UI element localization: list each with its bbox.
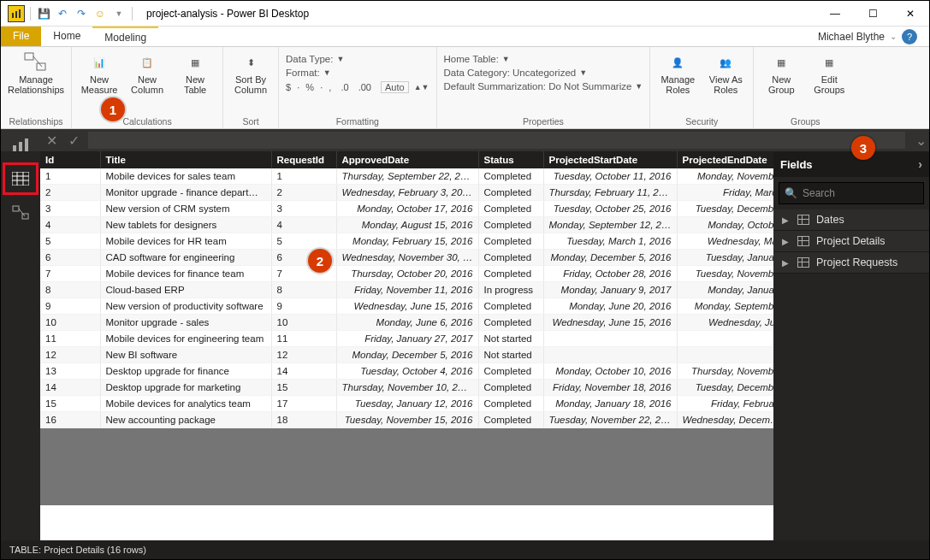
- cell[interactable]: Tuesday, October 4, 2016: [336, 363, 478, 380]
- cell[interactable]: Tuesday, November 22, 2016: [543, 412, 677, 428]
- column-header[interactable]: Id: [40, 151, 100, 168]
- cell[interactable]: Wednesday, June 15, 2016: [543, 315, 677, 331]
- cell[interactable]: 14: [271, 363, 336, 380]
- column-header[interactable]: ProjectedEndDate: [677, 151, 773, 168]
- cell[interactable]: Completed: [478, 363, 543, 380]
- table-row[interactable]: 15Mobile devices for analytics team17Tue…: [40, 396, 773, 412]
- table-row[interactable]: 14Desktop upgrade for marketing15Thursda…: [40, 380, 773, 396]
- cell[interactable]: Monday, June 6, 2016: [336, 315, 478, 331]
- cell[interactable]: 5: [271, 233, 336, 250]
- minimize-button[interactable]: —: [816, 1, 854, 27]
- cell[interactable]: Thursday, November: [677, 363, 773, 380]
- percent-button[interactable]: %: [305, 82, 314, 92]
- table-row[interactable]: 10Monitor upgrade - sales10Monday, June …: [40, 315, 773, 331]
- decimal-decrease-button[interactable]: .0: [341, 82, 348, 92]
- undo-icon[interactable]: ↶: [55, 6, 70, 21]
- cell[interactable]: 11: [40, 331, 100, 347]
- cell[interactable]: 8: [40, 282, 100, 298]
- cell[interactable]: In progress: [478, 282, 543, 298]
- cell[interactable]: Monitor upgrade - sales: [100, 315, 271, 331]
- cell[interactable]: 4: [40, 217, 100, 233]
- cell[interactable]: [677, 331, 773, 347]
- cell[interactable]: Tuesday, October 11, 2016: [543, 168, 677, 185]
- cell[interactable]: Tuesday, March 1, 2016: [543, 233, 677, 250]
- cell[interactable]: Tuesday, January 12, 2016: [336, 396, 478, 412]
- cell[interactable]: Monday, January: [677, 282, 773, 298]
- cell[interactable]: Monday, September 12, 2016: [543, 217, 677, 233]
- formula-input[interactable]: [88, 132, 905, 149]
- table-row[interactable]: 5Mobile devices for HR team5Monday, Febr…: [40, 233, 773, 250]
- cell[interactable]: Not started: [478, 347, 543, 363]
- cell[interactable]: Completed: [478, 266, 543, 282]
- cell[interactable]: Monday, October 17, 2016: [336, 201, 478, 217]
- home-table-dropdown[interactable]: Home Table:▼: [444, 54, 643, 64]
- cell[interactable]: Tuesday, November: [677, 266, 773, 282]
- cell[interactable]: Monday, August 15, 2016: [336, 217, 478, 233]
- cell[interactable]: 8: [271, 282, 336, 298]
- new-measure-button[interactable]: 📊New Measure: [79, 50, 120, 95]
- fields-table-item[interactable]: ▶Dates: [773, 209, 929, 231]
- decimal-increase-button[interactable]: .00: [358, 82, 371, 92]
- fields-search-input[interactable]: 🔍 Search: [779, 182, 924, 204]
- cell[interactable]: Tuesday, December: [677, 201, 773, 217]
- cell[interactable]: Monitor upgrade - finance department: [100, 185, 271, 201]
- cell[interactable]: Friday, October 28, 2016: [543, 266, 677, 282]
- cell[interactable]: Wednesday, June 15, 2016: [336, 298, 478, 315]
- cell[interactable]: New version of productivity software: [100, 298, 271, 315]
- cell[interactable]: Monday, October 10, 2016: [543, 363, 677, 380]
- cell[interactable]: Completed: [478, 233, 543, 250]
- table-row[interactable]: 7Mobile devices for finance team7Thursda…: [40, 266, 773, 282]
- cell[interactable]: 3: [271, 201, 336, 217]
- cell[interactable]: 13: [40, 363, 100, 380]
- cell[interactable]: 10: [40, 315, 100, 331]
- cell[interactable]: Monday, December 5, 2016: [336, 347, 478, 363]
- currency-button[interactable]: $: [286, 82, 291, 92]
- cell[interactable]: Tuesday, January: [677, 250, 773, 266]
- cell[interactable]: Monday, September: [677, 298, 773, 315]
- cell[interactable]: Wednesday, November 30, 2016: [336, 250, 478, 266]
- cell[interactable]: 1: [271, 168, 336, 185]
- cell[interactable]: Tuesday, October 25, 2016: [543, 201, 677, 217]
- cell[interactable]: Tuesday, December: [677, 380, 773, 396]
- cell[interactable]: Wednesday, February 3, 2016: [336, 185, 478, 201]
- tab-modeling[interactable]: Modeling: [92, 27, 158, 46]
- data-type-dropdown[interactable]: Data Type:▼: [286, 54, 429, 64]
- tab-home[interactable]: Home: [41, 27, 92, 46]
- cell[interactable]: [677, 347, 773, 363]
- cell[interactable]: 10: [271, 315, 336, 331]
- format-dropdown[interactable]: Format:▼: [286, 68, 429, 78]
- data-category-dropdown[interactable]: Data Category: Uncategorized▼: [444, 68, 643, 78]
- cell[interactable]: New accounting package: [100, 412, 271, 428]
- column-header[interactable]: Title: [100, 151, 271, 168]
- cell[interactable]: Wednesday, December: [677, 412, 773, 428]
- redo-icon[interactable]: ↷: [74, 6, 89, 21]
- cell[interactable]: Completed: [478, 250, 543, 266]
- cell[interactable]: 14: [40, 380, 100, 396]
- cell[interactable]: 6: [40, 250, 100, 266]
- table-row[interactable]: 9New version of productivity software9We…: [40, 298, 773, 315]
- comma-button[interactable]: ,: [329, 82, 331, 92]
- precision-auto-button[interactable]: Auto: [381, 81, 409, 93]
- table-row[interactable]: 11Mobile devices for engineering team11F…: [40, 331, 773, 347]
- cell[interactable]: Mobile devices for finance team: [100, 266, 271, 282]
- new-group-button[interactable]: ▦New Group: [761, 50, 802, 95]
- save-icon[interactable]: 💾: [36, 6, 51, 21]
- cell[interactable]: 17: [271, 396, 336, 412]
- table-row[interactable]: 12New BI software12Monday, December 5, 2…: [40, 347, 773, 363]
- fields-table-item[interactable]: ▶Project Requests: [773, 252, 929, 274]
- table-row[interactable]: 1Mobile devices for sales team1Thursday,…: [40, 168, 773, 185]
- commit-formula-icon[interactable]: ✓: [62, 131, 85, 150]
- cell[interactable]: Mobile devices for sales team: [100, 168, 271, 185]
- cell[interactable]: Monday, October: [677, 217, 773, 233]
- cell[interactable]: 12: [40, 347, 100, 363]
- cell[interactable]: Not started: [478, 331, 543, 347]
- cell[interactable]: Desktop upgrade for finance: [100, 363, 271, 380]
- cell[interactable]: Completed: [478, 396, 543, 412]
- model-view-icon[interactable]: [3, 197, 38, 228]
- cell[interactable]: [543, 347, 677, 363]
- cell[interactable]: Completed: [478, 298, 543, 315]
- manage-relationships-button[interactable]: Manage Relationships: [8, 50, 64, 95]
- cell[interactable]: Mobile devices for engineering team: [100, 331, 271, 347]
- table-row[interactable]: 6CAD software for engineering6Wednesday,…: [40, 250, 773, 266]
- cell[interactable]: 12: [271, 347, 336, 363]
